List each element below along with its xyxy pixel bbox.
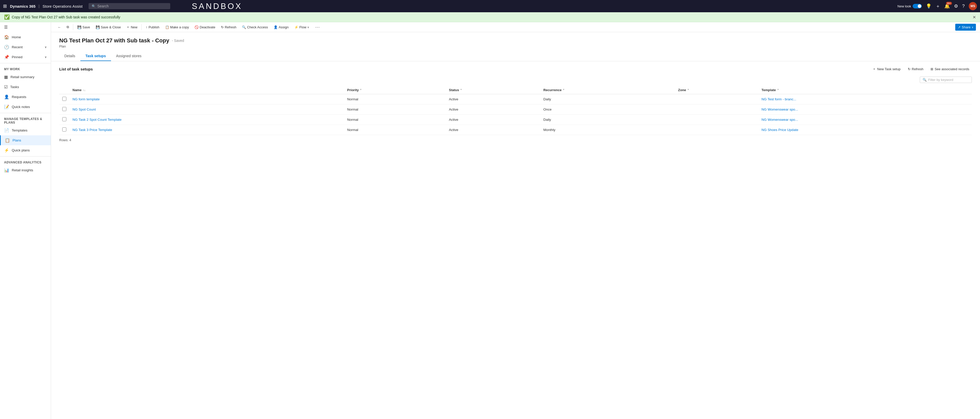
new-label: New bbox=[130, 25, 137, 29]
assign-button[interactable]: 👤 Assign bbox=[271, 24, 291, 31]
col-recurrence[interactable]: Recurrence ˅ bbox=[540, 86, 675, 94]
duplicate-button[interactable]: ⧉ bbox=[64, 24, 72, 31]
list-refresh-icon: ↻ bbox=[908, 67, 911, 71]
sidebar-item-retail-summary[interactable]: ▦ Retail summary bbox=[0, 72, 51, 82]
sidebar-item-quick-notes-label: Quick notes bbox=[12, 105, 30, 109]
row-checkbox-3[interactable] bbox=[62, 127, 66, 132]
see-associated-button[interactable]: ⊞ See associated records bbox=[928, 66, 972, 72]
flow-button[interactable]: ⚡ Flow ∨ bbox=[292, 24, 312, 31]
new-look-toggle[interactable]: New look bbox=[897, 4, 922, 8]
flow-label: Flow bbox=[299, 25, 306, 29]
row-checkbox-0[interactable] bbox=[62, 97, 66, 101]
row-name-link-1[interactable]: NG Spot Count bbox=[73, 107, 96, 112]
sidebar-item-home[interactable]: 🏠 Home bbox=[0, 32, 51, 42]
banner-message: Copy of NG Test Plan Oct 27 with Sub tas… bbox=[12, 15, 120, 19]
row-template-link-2[interactable]: NG Womenswear spo... bbox=[762, 118, 798, 121]
row-checkbox-2[interactable] bbox=[62, 117, 66, 121]
header-checkbox-cell bbox=[59, 86, 69, 94]
row-checkbox-cell[interactable] bbox=[59, 94, 69, 104]
row-template-link-1[interactable]: NG Womenswear spo... bbox=[762, 107, 798, 112]
row-template-link-0[interactable]: NG Test form - branc... bbox=[762, 97, 796, 101]
form-header: NG Test Plan Oct 27 with Sub task - Copy… bbox=[51, 32, 980, 61]
save-close-label: Save & Close bbox=[101, 25, 121, 29]
new-button[interactable]: ＋ New bbox=[124, 23, 140, 31]
lightbulb-icon[interactable]: 💡 bbox=[926, 3, 932, 9]
new-look-switch[interactable] bbox=[913, 4, 922, 8]
row-name-link-3[interactable]: NG Task 3 Price Template bbox=[73, 128, 112, 132]
table-row: NG Task 2 Spot Count Template Normal Act… bbox=[59, 115, 972, 125]
row-status-cell-2: Active bbox=[446, 115, 540, 125]
check-access-icon: 🔍 bbox=[242, 25, 246, 29]
retail-summary-icon: ▦ bbox=[4, 75, 8, 80]
home-icon: 🏠 bbox=[4, 35, 9, 40]
filter-box[interactable]: 🔍 bbox=[920, 76, 972, 83]
sidebar-item-plans[interactable]: 📋 Plans bbox=[0, 135, 51, 145]
row-template-cell-2: NG Womenswear spo... bbox=[759, 115, 972, 125]
row-checkbox-1[interactable] bbox=[62, 107, 66, 111]
row-name-link-0[interactable]: NG form template bbox=[73, 97, 100, 101]
refresh-button[interactable]: ↻ Refresh bbox=[218, 24, 239, 31]
nav-separator: | bbox=[38, 4, 40, 8]
banner-close-button[interactable]: ✕ bbox=[973, 15, 976, 20]
save-button[interactable]: 💾 Save bbox=[75, 24, 93, 31]
notif-badge: 99+ bbox=[946, 2, 952, 5]
more-button[interactable]: ⋯ bbox=[313, 23, 322, 31]
search-input[interactable] bbox=[97, 4, 167, 8]
col-template[interactable]: Template ˅ bbox=[759, 86, 972, 94]
tab-assigned-stores[interactable]: Assigned stores bbox=[111, 51, 147, 61]
main-layout: ☰ 🏠 Home 🕐 Recent ∨ 📌 Pinned ∨ My work ▦… bbox=[0, 22, 980, 419]
sidebar-item-quick-notes[interactable]: 📝 Quick notes bbox=[0, 102, 51, 112]
assign-icon: 👤 bbox=[274, 25, 278, 29]
deactivate-button[interactable]: 🚫 Deactivate bbox=[192, 24, 218, 31]
waffle-icon[interactable]: ⊞ bbox=[3, 3, 7, 9]
help-icon[interactable]: ? bbox=[962, 3, 965, 9]
new-task-setup-button[interactable]: ＋ New Task setup bbox=[870, 65, 903, 73]
row-recurrence-cell-3: Monthly bbox=[540, 125, 675, 135]
sidebar-item-requests-label: Requests bbox=[12, 95, 26, 99]
tab-task-setups[interactable]: Task setups bbox=[80, 51, 111, 61]
sidebar-item-retail-insights[interactable]: 📊 Retail insights bbox=[0, 165, 51, 175]
col-zone[interactable]: Zone ˅ bbox=[675, 86, 759, 94]
list-actions: ＋ New Task setup ↻ Refresh ⊞ See associa… bbox=[870, 65, 972, 73]
sidebar-item-requests[interactable]: 👤 Requests bbox=[0, 92, 51, 102]
row-template-link-3[interactable]: NG Shoes Price Update bbox=[762, 128, 798, 132]
save-close-button[interactable]: 💾 Save & Close bbox=[93, 24, 124, 31]
tab-details[interactable]: Details bbox=[59, 51, 80, 61]
publish-button[interactable]: ↑ Publish bbox=[143, 24, 162, 31]
check-access-button[interactable]: 🔍 Check Access bbox=[239, 24, 270, 31]
hamburger-icon: ☰ bbox=[4, 25, 8, 30]
zone-chevron-icon: ˅ bbox=[687, 89, 689, 92]
list-refresh-button[interactable]: ↻ Refresh bbox=[905, 66, 926, 72]
row-name-link-2[interactable]: NG Task 2 Spot Count Template bbox=[73, 118, 121, 121]
sidebar-item-pinned[interactable]: 📌 Pinned ∨ bbox=[0, 52, 51, 62]
make-copy-button[interactable]: 📋 Make a copy bbox=[162, 24, 192, 31]
form-area: NG Test Plan Oct 27 with Sub task - Copy… bbox=[51, 32, 980, 419]
row-checkbox-cell[interactable] bbox=[59, 104, 69, 115]
sidebar-item-tasks[interactable]: ☑ Tasks bbox=[0, 82, 51, 92]
avatar[interactable]: MS bbox=[969, 2, 977, 10]
row-recurrence-cell-0: Daily bbox=[540, 94, 675, 104]
notification-icon[interactable]: 🔔 99+ bbox=[944, 3, 950, 9]
row-checkbox-cell[interactable] bbox=[59, 125, 69, 135]
sidebar-item-templates[interactable]: 📄 Templates bbox=[0, 125, 51, 135]
sidebar-item-quick-plans[interactable]: ⚡ Quick plans bbox=[0, 145, 51, 155]
quick-notes-icon: 📝 bbox=[4, 104, 9, 109]
sidebar-item-recent[interactable]: 🕐 Recent ∨ bbox=[0, 42, 51, 52]
col-status[interactable]: Status ˅ bbox=[446, 86, 540, 94]
template-chevron-icon: ˅ bbox=[777, 89, 779, 92]
back-button[interactable]: ← bbox=[55, 24, 64, 31]
col-priority[interactable]: Priority ˅ bbox=[344, 86, 446, 94]
settings-icon[interactable]: ⚙ bbox=[954, 3, 958, 9]
col-name[interactable]: Name ↑↓ bbox=[69, 86, 344, 94]
templates-icon: 📄 bbox=[4, 128, 9, 133]
table-header-row: Name ↑↓ Priority ˅ Status ˅ bbox=[59, 86, 972, 94]
filter-input[interactable] bbox=[928, 78, 969, 82]
plans-icon: 📋 bbox=[5, 138, 10, 143]
table-row: NG Spot Count Normal Active Once NG Wome… bbox=[59, 104, 972, 115]
pinned-chevron: ∨ bbox=[45, 56, 47, 59]
row-checkbox-cell[interactable] bbox=[59, 115, 69, 125]
share-button[interactable]: ↗ Share ∨ bbox=[955, 24, 976, 31]
sidebar-menu-toggle[interactable]: ☰ bbox=[0, 22, 51, 32]
plus-icon[interactable]: ＋ bbox=[935, 3, 940, 9]
search-box[interactable]: 🔍 bbox=[89, 3, 170, 9]
